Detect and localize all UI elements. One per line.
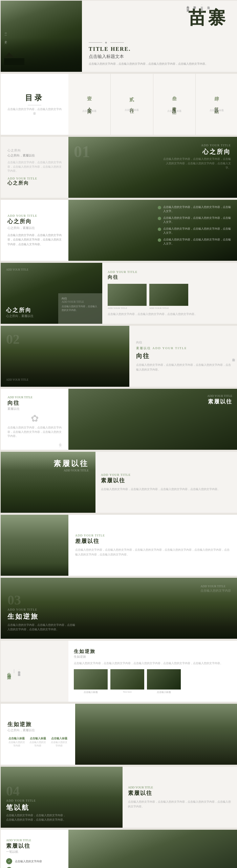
vert-col-2: 西江千户 <box>192 4 197 7</box>
toc-left-panel: 目录 点击输入您的文字内容，点击输入您的文字内容 <box>1 74 68 135</box>
photo-cn-overlay: 素履以往 <box>207 398 232 405</box>
sec02-right: 向往 素履以往 ADD YOUR TITLE 向往 点击输入您的文字内容，点击输… <box>129 326 237 387</box>
bullet-item-4: 点击输入您的文字内容，点击输入您的文字内容，点击输入文字。 <box>158 238 232 246</box>
bullet-2 <box>158 217 161 220</box>
photo-caption-2: ADD YOUR TITLE <box>149 307 188 310</box>
toc-desc: 点击输入您的文字内容，点击输入您的文字内容 <box>7 107 62 116</box>
ybyh-list: ✓ 点击输入您的文字内容 ✓ 点击输入您的文字内容 ✓ 点击输入您的文字内容 <box>6 858 63 868</box>
ybyh-sub: 一笔以航 <box>6 850 63 854</box>
sec03-right-sub: 点击输入您的文字内容 <box>200 589 231 593</box>
sec02-label-text: ADD YOUR TITLE <box>6 378 28 381</box>
click-hint: 点击输入标题文本 <box>89 54 231 60</box>
toc-item-4[interactable]: 肆 笔以航 点击输入标题 <box>196 74 237 135</box>
sec02-label: ADD YOUR TITLE <box>6 378 28 381</box>
toc-sub-1: 点击输入标题 <box>82 109 96 113</box>
desc-label-3: 点击输入标题 <box>51 737 67 740</box>
clyw-body: 点击输入您的文字内容，点击输入您的文字内容，点击输入您的文字内容，点击输入您的文… <box>75 548 231 557</box>
photo-add-overlay: ADD YOUR TITLE <box>207 394 232 398</box>
toc-item-2[interactable]: 贰 向往 点击输入标题 <box>111 74 153 135</box>
slide5-left: ADD YOUR TITLE 心之所向 心之所向，素履以往 向往 ADD YOU… <box>1 263 102 324</box>
bullet-text-2: 点击输入您的文字内容，点击输入您的文字内容，点击输入文字。 <box>163 216 232 224</box>
sec03-body: 点击输入您的文字内容，点击输入您的文字内容，点击输入您的文字内容，点击输入您的文… <box>7 623 75 632</box>
sec03-cn: 生如逆旅 <box>7 612 75 621</box>
sec02-num-text: 向往 <box>136 340 231 345</box>
sec04-right: ADD YOUR TITLE 素履以往 点击输入您的文字内容，点击输入您的文字内… <box>123 767 237 828</box>
content01-body: 点击输入您的文字内容，点击输入您的文字内容，点击输入您的文字内容，点击输入您的文… <box>7 233 62 247</box>
sec01-content-overlay: ADD YOUR TITLE 心之所向 点击输入您的文字内容，点击输入您的文字内… <box>163 144 231 170</box>
bullet-4 <box>158 238 161 242</box>
journey-sub: 生如逆旅 <box>74 655 232 659</box>
bullet-text-3: 点击输入您的文字内容，点击输入您的文字内容，点击输入文字。 <box>163 227 232 235</box>
small-photo-1 <box>108 284 147 306</box>
vert-text-columns: 生如逆旅 点击输入您的文字内容，点击输入您的文字内容 <box>6 669 63 673</box>
sec04-add-label: ADD YOUR TITLE <box>128 786 232 789</box>
clyw-cn-title: 差履以往 <box>75 538 231 545</box>
slide5-body: 点击输入您的文字内容，点击输入您的文字内容，点击输入您的文字内容。 <box>108 312 232 317</box>
line-left <box>89 42 102 43</box>
slide5-right: ADD YOUR TITLE 向往 ADD YOUR TITLE ADD YOU… <box>102 263 237 324</box>
sec04-photo: 04 ADD YOUR TITLE 笔以航 点击输入您的文字内容，点击输入您的文… <box>1 767 123 828</box>
vert-col-4: 点击输入文字 <box>206 4 211 7</box>
desc-text-1: 点击输入您的文字内容 <box>7 741 26 748</box>
cover-content: ◆ TITLE HERE. 点击输入标题文本 点击输入您的文字内容，点击输入您的… <box>89 41 231 66</box>
sec03-right-label: ADD YOUR TITLE 点击输入您的文字内容 <box>200 585 231 593</box>
desc-item-2: 点击输入标题 点击输入您的文字内容 <box>29 737 47 748</box>
cover-photo: 01 小个人 <box>1 1 82 72</box>
small-photo-col-2: ADD YOUR TITLE <box>149 284 188 310</box>
slide5-cn-sub: 心之所向，素履以往 <box>6 314 34 318</box>
toc-grid: 壹 心之所向 点击输入标题 贰 向往 点击输入标题 叁 素履以往 点击输入标题 … <box>68 74 237 135</box>
ybyh-icon-1: ✓ <box>6 858 12 864</box>
journey-photo-3: 点击输入标题 <box>147 669 181 694</box>
clyw-photo <box>1 515 68 576</box>
add-title-overlay: ADD YOUR TITLE <box>163 144 231 147</box>
title-divider: ◆ <box>89 41 231 44</box>
sxyw-main-title: 素履以往 <box>53 459 89 469</box>
slide-section03: 03 ADD YOUR TITLE 生如逆旅 点击输入您的文字内容，点击输入您的… <box>1 578 237 639</box>
toward-top: ADD YOUR TITLE 向往 素履以往 <box>7 396 62 411</box>
toward-overlay: ADD YOUR TITLE 素履以往 <box>207 394 232 405</box>
small-photo-2 <box>149 284 188 306</box>
ybyh-title: 素履以往 <box>6 843 63 850</box>
toc-sub-3: 点击输入标题 <box>167 109 181 113</box>
heart-title-left: 心之所向 <box>7 218 62 225</box>
vert-col-3: 苗寨，西江千 <box>199 4 203 7</box>
bullet-list: 点击输入您的文字内容，点击输入您的文字内容，点击输入文字。 点击输入您的文字内容… <box>158 205 232 246</box>
sec01-num-overlay: 01 <box>74 142 90 161</box>
slide-toward: ADD YOUR TITLE 向往 素履以往 ✿ 点击输入您的文字内容，点击输入… <box>1 389 237 450</box>
gray-box-body: 点击输入您的文字内容，点击输入您的文字内容。 <box>62 305 99 312</box>
ybyh-photo-bg <box>68 830 237 868</box>
ybyh-label-1: 点击输入您的文字内容 <box>15 860 42 863</box>
photo-caption-1: ADD YOUR TITLE <box>108 307 147 310</box>
toc-sub-2: 点击输入标题 <box>125 108 139 112</box>
journey2-desc-grid: 点击输入标题 点击输入您的文字内容 点击输入标题 点击输入您的文字内容 点击输入… <box>7 737 68 748</box>
line-right <box>110 42 124 43</box>
slide-like-journey: 生如逆旅 点击输入您的文字内容，点击输入您的文字内容 生如逆旅 生如逆旅 点击输… <box>1 641 237 702</box>
content01a-photo: 点击输入您的文字内容，点击输入您的文字内容，点击输入文字。 点击输入您的文字内容… <box>68 200 237 261</box>
toc-title: 目录 <box>25 93 44 103</box>
mini-photo-2 <box>110 669 144 690</box>
mini-caption-1: 点击输入标题 <box>84 691 98 694</box>
desc-text-3: 点击输入您的文字内容 <box>50 741 68 748</box>
sec04-content: 04 ADD YOUR TITLE 笔以航 点击输入您的文字内容，点击输入您的文… <box>6 783 67 822</box>
body-hint: 点击输入您的文字内容，点击输入您的文字内容，点击输入您的文字内容，点击输入您的文… <box>89 62 231 66</box>
slide5-bottom-text: 心之所向 心之所向，素履以往 <box>6 307 34 318</box>
sxyw-right: ADD YOUR TITLE 素履以往 点击输入您的文字内容，点击输入您的文字内… <box>95 452 237 513</box>
toc-sub-4: 点击输入标题 <box>210 109 224 112</box>
gray-box-num: ADD YOUR TITLE <box>62 300 99 303</box>
toc-item-1[interactable]: 壹 心之所向 点击输入标题 <box>68 74 110 135</box>
toc-name-3: 素履以往 <box>171 103 177 107</box>
toward-left: ADD YOUR TITLE 向往 素履以往 ✿ 点击输入您的文字内容，点击输入… <box>1 389 68 450</box>
desc-item-1: 点击输入标题 点击输入您的文字内容 <box>7 737 26 748</box>
slide-ybyh: ADD YOUR TITLE 素履以往 一笔以航 ✓ 点击输入您的文字内容 ✓ … <box>1 830 237 868</box>
sec04-add: ADD YOUR TITLE <box>6 799 67 802</box>
bullet-item-3: 点击输入您的文字内容，点击输入您的文字内容，点击输入文字。 <box>158 227 232 235</box>
toc-item-3[interactable]: 叁 素履以往 点击输入标题 <box>153 74 195 135</box>
bullet-item-2: 点击输入您的文字内容，点击输入您的文字内容，点击输入文字。 <box>158 216 232 224</box>
content01a-left: ADD YOUR TITLE 心之所向 心之所向，素履以往 点击输入您的文字内容… <box>1 200 68 261</box>
toc-divider <box>28 105 41 105</box>
slide5-photos-row: ADD YOUR TITLE ADD YOUR TITLE <box>108 284 232 310</box>
toward-vert: 点击输入 <box>58 440 62 443</box>
section01-body: 点击输入您的文字内容，点击输入您的文字内容，点击输入您的文字内容，点击输入您的文… <box>7 161 62 173</box>
vert-col-1: 粤余闻：游览贵 <box>185 4 190 7</box>
sec03-content: 03 ADD YOUR TITLE 生如逆旅 点击输入您的文字内容，点击输入您的… <box>7 592 75 632</box>
